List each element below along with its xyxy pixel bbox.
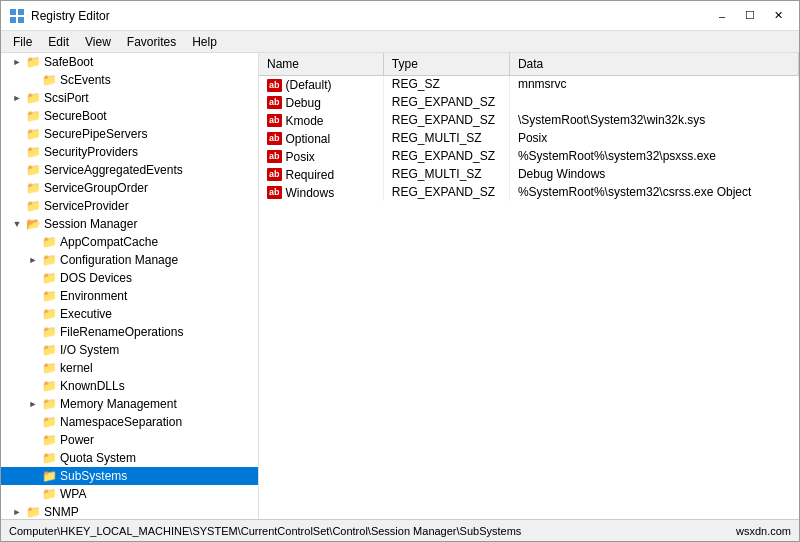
minimize-button[interactable]: – bbox=[709, 6, 735, 26]
menu-item-help[interactable]: Help bbox=[184, 33, 225, 51]
svg-rect-1 bbox=[18, 9, 24, 15]
expand-mm[interactable]: ► bbox=[25, 396, 41, 412]
cell-name: ab Kmode bbox=[259, 111, 383, 129]
cell-type: REG_MULTI_SZ bbox=[383, 165, 509, 183]
col-data[interactable]: Data bbox=[509, 53, 798, 75]
folder-icon: 📁 bbox=[41, 235, 57, 249]
table-row[interactable]: ab DebugREG_EXPAND_SZ bbox=[259, 93, 799, 111]
cell-type: REG_EXPAND_SZ bbox=[383, 183, 509, 201]
folder-icon: 📂 bbox=[25, 217, 41, 231]
tree-item-scevents[interactable]: 📁 ScEvents bbox=[1, 71, 258, 89]
expand-qs bbox=[25, 450, 41, 466]
table-row[interactable]: ab WindowsREG_EXPAND_SZ%SystemRoot%\syst… bbox=[259, 183, 799, 201]
menu-item-view[interactable]: View bbox=[77, 33, 119, 51]
expand-sp bbox=[9, 198, 25, 214]
expand-fr bbox=[25, 324, 41, 340]
folder-icon: 📁 bbox=[25, 199, 41, 213]
expand-exec bbox=[25, 306, 41, 322]
col-name[interactable]: Name bbox=[259, 53, 383, 75]
tree-item-scsiport[interactable]: ► 📁 ScsiPort bbox=[1, 89, 258, 107]
folder-icon: 📁 bbox=[41, 289, 57, 303]
tree-item-subsystems[interactable]: 📁 SubSystems bbox=[1, 467, 258, 485]
tree-item-sessionmanager[interactable]: ▼ 📂 Session Manager bbox=[1, 215, 258, 233]
folder-icon: 📁 bbox=[41, 343, 57, 357]
cell-type: REG_SZ bbox=[383, 75, 509, 93]
tree-item-power[interactable]: 📁 Power bbox=[1, 431, 258, 449]
tree-item-knowndlls[interactable]: 📁 KnownDLLs bbox=[1, 377, 258, 395]
table-row[interactable]: ab OptionalREG_MULTI_SZPosix bbox=[259, 129, 799, 147]
table-row[interactable]: ab PosixREG_EXPAND_SZ%SystemRoot%\system… bbox=[259, 147, 799, 165]
tree-item-secureboot[interactable]: 📁 SecureBoot bbox=[1, 107, 258, 125]
tree-item-filerename[interactable]: 📁 FileRenameOperations bbox=[1, 323, 258, 341]
menu-item-file[interactable]: File bbox=[5, 33, 40, 51]
folder-icon: 📁 bbox=[41, 325, 57, 339]
cell-type: REG_EXPAND_SZ bbox=[383, 147, 509, 165]
expand-secureboot bbox=[9, 108, 25, 124]
cell-data: mnmsrvc bbox=[509, 75, 798, 93]
tree-item-appcompatcache[interactable]: 📁 AppCompatCache bbox=[1, 233, 258, 251]
expand-kernel bbox=[25, 360, 41, 376]
expand-sm[interactable]: ▼ bbox=[9, 216, 25, 232]
folder-icon: 📁 bbox=[25, 55, 41, 69]
right-pane: Name Type Data ab (Default)REG_SZmnmsrvc… bbox=[259, 53, 799, 519]
folder-icon: 📁 bbox=[41, 397, 57, 411]
tree-item-safeboot[interactable]: ► 📁 SafeBoot bbox=[1, 53, 258, 71]
folder-icon: 📁 bbox=[25, 163, 41, 177]
folder-icon: 📁 bbox=[41, 415, 57, 429]
close-button[interactable]: ✕ bbox=[765, 6, 791, 26]
col-type[interactable]: Type bbox=[383, 53, 509, 75]
menu-item-edit[interactable]: Edit bbox=[40, 33, 77, 51]
tree-item-quotasystem[interactable]: 📁 Quota System bbox=[1, 449, 258, 467]
cell-data: Debug Windows bbox=[509, 165, 798, 183]
folder-icon: 📁 bbox=[41, 451, 57, 465]
tree-item-dosdevices[interactable]: 📁 DOS Devices bbox=[1, 269, 258, 287]
expand-scsiport[interactable]: ► bbox=[9, 90, 25, 106]
svg-rect-0 bbox=[10, 9, 16, 15]
tree-item-wpa[interactable]: 📁 WPA bbox=[1, 485, 258, 503]
cell-name: ab Required bbox=[259, 165, 383, 183]
table-row[interactable]: ab RequiredREG_MULTI_SZDebug Windows bbox=[259, 165, 799, 183]
expand-sub bbox=[25, 468, 41, 484]
window-title: Registry Editor bbox=[31, 9, 110, 23]
cell-name: ab (Default) bbox=[259, 75, 383, 93]
tree-item-memorymanagement[interactable]: ► 📁 Memory Management bbox=[1, 395, 258, 413]
tree-item-securityproviders[interactable]: 📁 SecurityProviders bbox=[1, 143, 258, 161]
expand-scevents bbox=[25, 72, 41, 88]
registry-editor-window: Registry Editor – ☐ ✕ FileEditViewFavori… bbox=[0, 0, 800, 542]
tree-item-serviceprovider[interactable]: 📁 ServiceProvider bbox=[1, 197, 258, 215]
tree-item-serviceaggregated[interactable]: 📁 ServiceAggregatedEvents bbox=[1, 161, 258, 179]
expand-sae bbox=[9, 162, 25, 178]
expand-ios bbox=[25, 342, 41, 358]
table-row[interactable]: ab (Default)REG_SZmnmsrvc bbox=[259, 75, 799, 93]
tree-pane[interactable]: ► 📁 SafeBoot 📁 ScEvents ► 📁 ScsiPort 📁 bbox=[1, 53, 259, 519]
tree-item-kernel[interactable]: 📁 kernel bbox=[1, 359, 258, 377]
expand-snmp[interactable]: ► bbox=[9, 504, 25, 519]
expand-wpa bbox=[25, 486, 41, 502]
folder-icon: 📁 bbox=[25, 109, 41, 123]
svg-rect-3 bbox=[18, 17, 24, 23]
folder-icon: 📁 bbox=[25, 181, 41, 195]
folder-icon: 📁 bbox=[25, 145, 41, 159]
expand-securepipeservers bbox=[9, 126, 25, 142]
tree-item-snmp[interactable]: ► 📁 SNMP bbox=[1, 503, 258, 519]
tree-item-executive[interactable]: 📁 Executive bbox=[1, 305, 258, 323]
folder-icon: 📁 bbox=[25, 127, 41, 141]
tree-item-configmanage[interactable]: ► 📁 Configuration Manage bbox=[1, 251, 258, 269]
expand-safeboot[interactable]: ► bbox=[9, 54, 25, 70]
title-bar: Registry Editor – ☐ ✕ bbox=[1, 1, 799, 31]
tree-item-securepipeservers[interactable]: 📁 SecurePipeServers bbox=[1, 125, 258, 143]
status-watermark: wsxdn.com bbox=[736, 525, 791, 537]
menu-item-favorites[interactable]: Favorites bbox=[119, 33, 184, 51]
tree-item-iosystem[interactable]: 📁 I/O System bbox=[1, 341, 258, 359]
tree-item-namespacesep[interactable]: 📁 NamespaceSeparation bbox=[1, 413, 258, 431]
registry-table-scroll[interactable]: Name Type Data ab (Default)REG_SZmnmsrvc… bbox=[259, 53, 799, 519]
cell-data: Posix bbox=[509, 129, 798, 147]
cell-type: REG_EXPAND_SZ bbox=[383, 111, 509, 129]
tree-item-servicegrouporder[interactable]: 📁 ServiceGroupOrder bbox=[1, 179, 258, 197]
expand-cm[interactable]: ► bbox=[25, 252, 41, 268]
main-content: ► 📁 SafeBoot 📁 ScEvents ► 📁 ScsiPort 📁 bbox=[1, 53, 799, 519]
tree-item-environment[interactable]: 📁 Environment bbox=[1, 287, 258, 305]
maximize-button[interactable]: ☐ bbox=[737, 6, 763, 26]
svg-rect-2 bbox=[10, 17, 16, 23]
table-row[interactable]: ab KmodeREG_EXPAND_SZ\SystemRoot\System3… bbox=[259, 111, 799, 129]
